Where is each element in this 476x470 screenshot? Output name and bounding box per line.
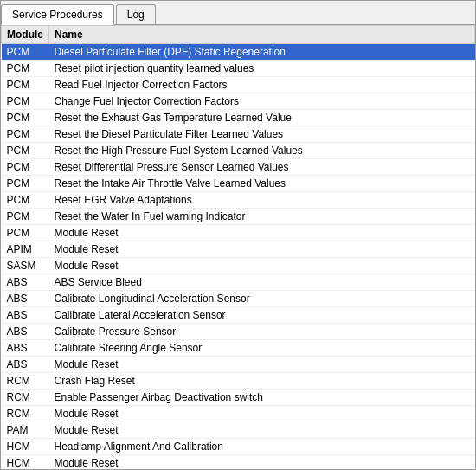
cell-module: PCM bbox=[2, 192, 49, 209]
cell-module: SASM bbox=[2, 258, 49, 274]
cell-name: Calibrate Lateral Acceleration Sensor bbox=[49, 307, 475, 324]
cell-name: Calibrate Pressure Sensor bbox=[49, 324, 475, 340]
table-row[interactable]: PCMReset the Diesel Particulate Filter L… bbox=[2, 126, 475, 143]
cell-module: PCM bbox=[2, 44, 49, 61]
cell-name: Read Fuel Injector Correction Factors bbox=[49, 77, 475, 93]
cell-name: Reset the Intake Air Throttle Valve Lear… bbox=[49, 176, 475, 192]
table-row[interactable]: PCMReset pilot injection quantity learne… bbox=[2, 61, 475, 77]
cell-name: Headlamp Alignment And Calibration bbox=[49, 439, 475, 455]
tab-log[interactable]: Log bbox=[116, 4, 156, 24]
procedures-table-container[interactable]: Module Name PCMDiesel Particulate Filter… bbox=[1, 25, 475, 469]
table-row[interactable]: RCMCrash Flag Reset bbox=[2, 373, 475, 390]
table-row[interactable]: PCMRead Fuel Injector Correction Factors bbox=[2, 77, 475, 93]
table-row[interactable]: ABSCalibrate Lateral Acceleration Sensor bbox=[2, 307, 475, 324]
tab-bar: Service Procedures Log bbox=[1, 1, 475, 25]
cell-module: PCM bbox=[2, 126, 49, 143]
table-row[interactable]: PCMReset the High Pressure Fuel System L… bbox=[2, 143, 475, 159]
cell-name: Module Reset bbox=[49, 422, 475, 439]
cell-module: ABS bbox=[2, 291, 49, 307]
cell-module: PCM bbox=[2, 61, 49, 77]
table-row[interactable]: PCMChange Fuel Injector Correction Facto… bbox=[2, 93, 475, 110]
cell-name: Reset the Water In Fuel warning Indicato… bbox=[49, 209, 475, 225]
cell-module: ABS bbox=[2, 307, 49, 324]
cell-name: Module Reset bbox=[49, 258, 475, 274]
table-row[interactable]: PCMReset EGR Valve Adaptations bbox=[2, 192, 475, 209]
cell-module: ABS bbox=[2, 274, 49, 291]
table-row[interactable]: RCMEnable Passenger Airbag Deactivation … bbox=[2, 390, 475, 406]
cell-name: Crash Flag Reset bbox=[49, 373, 475, 390]
cell-module: PCM bbox=[2, 159, 49, 176]
cell-name: Reset Differential Pressure Sensor Learn… bbox=[49, 159, 475, 176]
tab-service-procedures[interactable]: Service Procedures bbox=[1, 4, 114, 25]
cell-name: Reset the High Pressure Fuel System Lear… bbox=[49, 143, 475, 159]
cell-name: Reset the Diesel Particulate Filter Lear… bbox=[49, 126, 475, 143]
procedures-table: Module Name PCMDiesel Particulate Filter… bbox=[1, 25, 475, 469]
cell-module: RCM bbox=[2, 406, 49, 422]
table-row[interactable]: RCMModule Reset bbox=[2, 406, 475, 422]
cell-module: PCM bbox=[2, 176, 49, 192]
table-row[interactable]: SASMModule Reset bbox=[2, 258, 475, 274]
column-header-name: Name bbox=[49, 26, 475, 44]
cell-name: Reset EGR Valve Adaptations bbox=[49, 192, 475, 209]
cell-module: HCM bbox=[2, 439, 49, 455]
cell-module: PAM bbox=[2, 422, 49, 439]
table-row[interactable]: APIMModule Reset bbox=[2, 241, 475, 258]
cell-module: ABS bbox=[2, 340, 49, 357]
cell-name: Calibrate Longitudinal Acceleration Sens… bbox=[49, 291, 475, 307]
cell-module: HCM bbox=[2, 455, 49, 470]
cell-module: ABS bbox=[2, 324, 49, 340]
main-window: Service Procedures Log Module Name PCMDi… bbox=[0, 0, 476, 470]
cell-module: ABS bbox=[2, 357, 49, 373]
cell-name: Calibrate Steering Angle Sensor bbox=[49, 340, 475, 357]
table-row[interactable]: ABSABS Service Bleed bbox=[2, 274, 475, 291]
table-row[interactable]: ABSModule Reset bbox=[2, 357, 475, 373]
cell-module: PCM bbox=[2, 209, 49, 225]
cell-name: Module Reset bbox=[49, 241, 475, 258]
cell-name: Module Reset bbox=[49, 455, 475, 470]
cell-module: PCM bbox=[2, 110, 49, 126]
cell-module: APIM bbox=[2, 241, 49, 258]
table-row[interactable]: ABSCalibrate Steering Angle Sensor bbox=[2, 340, 475, 357]
cell-module: PCM bbox=[2, 225, 49, 241]
table-row[interactable]: PCMReset the Exhaust Gas Temperature Lea… bbox=[2, 110, 475, 126]
cell-module: PCM bbox=[2, 93, 49, 110]
cell-name: Reset pilot injection quantity learned v… bbox=[49, 61, 475, 77]
cell-name: Change Fuel Injector Correction Factors bbox=[49, 93, 475, 110]
table-row[interactable]: PCMReset the Water In Fuel warning Indic… bbox=[2, 209, 475, 225]
table-header-row: Module Name bbox=[2, 26, 475, 44]
column-header-module: Module bbox=[2, 26, 49, 44]
cell-name: Module Reset bbox=[49, 406, 475, 422]
cell-name: Reset the Exhaust Gas Temperature Learne… bbox=[49, 110, 475, 126]
cell-name: Module Reset bbox=[49, 225, 475, 241]
table-row[interactable]: PCMDiesel Particulate Filter (DPF) Stati… bbox=[2, 44, 475, 61]
table-row[interactable]: PCMReset Differential Pressure Sensor Le… bbox=[2, 159, 475, 176]
table-row[interactable]: ABSCalibrate Longitudinal Acceleration S… bbox=[2, 291, 475, 307]
cell-module: RCM bbox=[2, 373, 49, 390]
table-row[interactable]: PAMModule Reset bbox=[2, 422, 475, 439]
table-row[interactable]: HCMModule Reset bbox=[2, 455, 475, 470]
table-row[interactable]: ABSCalibrate Pressure Sensor bbox=[2, 324, 475, 340]
cell-name: Module Reset bbox=[49, 357, 475, 373]
table-row[interactable]: PCMModule Reset bbox=[2, 225, 475, 241]
table-body: PCMDiesel Particulate Filter (DPF) Stati… bbox=[2, 44, 475, 470]
cell-module: RCM bbox=[2, 390, 49, 406]
table-row[interactable]: HCMHeadlamp Alignment And Calibration bbox=[2, 439, 475, 455]
cell-module: PCM bbox=[2, 143, 49, 159]
cell-name: ABS Service Bleed bbox=[49, 274, 475, 291]
cell-name: Enable Passenger Airbag Deactivation swi… bbox=[49, 390, 475, 406]
cell-name: Diesel Particulate Filter (DPF) Static R… bbox=[49, 44, 475, 61]
table-row[interactable]: PCMReset the Intake Air Throttle Valve L… bbox=[2, 176, 475, 192]
cell-module: PCM bbox=[2, 77, 49, 93]
